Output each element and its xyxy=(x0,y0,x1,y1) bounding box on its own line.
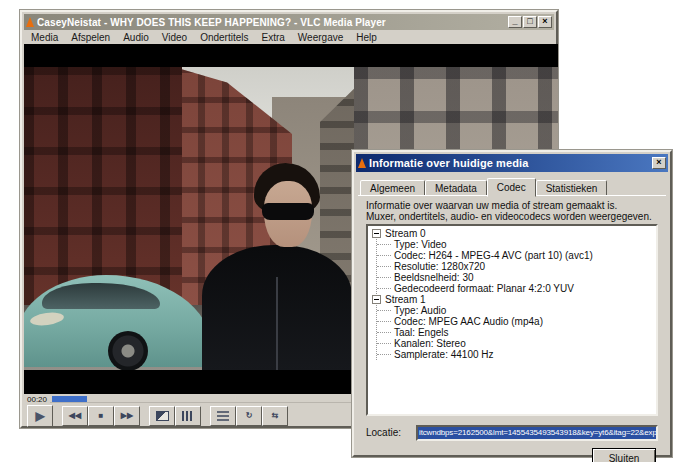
menu-video[interactable]: Video xyxy=(162,32,187,43)
codec-tree[interactable]: Stream 0 Type: Video Codec: H264 - MPEG-… xyxy=(366,224,658,416)
elapsed-time: 00:20 xyxy=(24,395,50,404)
close-button[interactable]: × xyxy=(538,16,552,28)
tree-node-stream1[interactable]: Stream 1 xyxy=(372,294,656,305)
sluiten-button[interactable]: Sluiten xyxy=(592,448,656,462)
fullscreen-icon xyxy=(156,411,169,421)
menu-afspelen[interactable]: Afspelen xyxy=(71,32,110,43)
maximize-button[interactable]: □ xyxy=(523,16,537,28)
jacket-zipper xyxy=(276,277,278,370)
desktop-canvas: CaseyNeistat - WHY DOES THIS KEEP HAPPEN… xyxy=(0,0,674,462)
next-button[interactable]: ▶▶ xyxy=(114,406,140,426)
car-windshield xyxy=(42,283,160,309)
tree-item[interactable]: Codec: MPEG AAC Audio (mp4a) xyxy=(377,316,656,327)
vlc-cone-icon xyxy=(358,158,366,168)
menu-ondertitels[interactable]: Ondertitels xyxy=(200,32,248,43)
menu-help[interactable]: Help xyxy=(356,32,377,43)
tree-item[interactable]: Type: Video xyxy=(377,239,656,250)
tree-item[interactable]: Resolutie: 1280x720 xyxy=(377,261,656,272)
tree-item[interactable]: Gedecodeerd formaat: Planar 4:2:0 YUV xyxy=(377,283,656,294)
tab-metadata[interactable]: Metadata xyxy=(425,180,487,196)
dialog-tabs: Algemeen Metadata Codec Statistieken xyxy=(360,178,607,196)
vlc-menubar: Media Afspelen Audio Video Ondertitels E… xyxy=(24,30,554,44)
minimize-button[interactable]: _ xyxy=(508,16,522,28)
dialog-description: Informatie over waarvan uw media of stre… xyxy=(366,200,660,222)
tree-item[interactable]: Codec: H264 - MPEG-4 AVC (part 10) (avc1… xyxy=(377,250,656,261)
menu-weergave[interactable]: Weergave xyxy=(298,32,343,43)
location-label: Locatie: xyxy=(366,427,410,438)
dialog-titlebar[interactable]: Informatie over huidige media × xyxy=(356,154,668,172)
car-headlight xyxy=(29,311,64,328)
dialog-title: Informatie over huidige media xyxy=(369,157,649,169)
vlc-window-title: CaseyNeistat - WHY DOES THIS KEEP HAPPEN… xyxy=(37,17,505,28)
play-button[interactable]: ▶ xyxy=(27,405,53,427)
tree-node-stream0[interactable]: Stream 0 xyxy=(372,228,656,239)
previous-button[interactable]: ◀◀ xyxy=(62,406,88,426)
menu-audio[interactable]: Audio xyxy=(123,32,149,43)
seek-progress xyxy=(52,396,87,402)
location-selected-text: itcwndbps=2162500&lmt=1455435493543918&k… xyxy=(418,427,656,439)
person-sunglasses xyxy=(262,203,314,220)
playlist-icon xyxy=(217,411,229,421)
vlc-titlebar[interactable]: CaseyNeistat - WHY DOES THIS KEEP HAPPEN… xyxy=(24,14,554,30)
media-info-dialog: Informatie over huidige media × Algemeen… xyxy=(352,150,672,457)
tree-item[interactable]: Samplerate: 44100 Hz xyxy=(377,349,656,360)
tree-item[interactable]: Taal: Engels xyxy=(377,327,656,338)
collapse-icon[interactable] xyxy=(372,295,381,304)
equalizer-button[interactable] xyxy=(175,406,201,426)
vlc-cone-icon xyxy=(26,17,34,27)
menu-extra[interactable]: Extra xyxy=(262,32,285,43)
tree-item[interactable]: Type: Audio xyxy=(377,305,656,316)
tab-statistieken[interactable]: Statistieken xyxy=(536,180,608,196)
playlist-button[interactable] xyxy=(210,406,236,426)
location-input[interactable]: itcwndbps=2162500&lmt=1455435493543918&k… xyxy=(416,425,658,441)
menu-media[interactable]: Media xyxy=(31,32,58,43)
loop-button[interactable]: ↻ xyxy=(236,406,262,426)
tab-codec[interactable]: Codec xyxy=(487,178,536,197)
fullscreen-button[interactable] xyxy=(149,406,175,426)
equalizer-icon xyxy=(182,411,194,421)
codec-tab-panel: Informatie over waarvan uw media of stre… xyxy=(358,195,666,451)
tree-item[interactable]: Beeldsnelheid: 30 xyxy=(377,272,656,283)
location-row: Locatie: itcwndbps=2162500&lmt=145543549… xyxy=(366,424,658,441)
collapse-icon[interactable] xyxy=(372,229,381,238)
car-wheel xyxy=(108,331,148,370)
tab-algemeen[interactable]: Algemeen xyxy=(360,180,425,196)
dialog-close-button[interactable]: × xyxy=(652,157,666,169)
shuffle-button[interactable]: ⇆ xyxy=(262,406,288,426)
stop-button[interactable]: ■ xyxy=(88,406,114,426)
tree-item[interactable]: Kanalen: Stereo xyxy=(377,338,656,349)
